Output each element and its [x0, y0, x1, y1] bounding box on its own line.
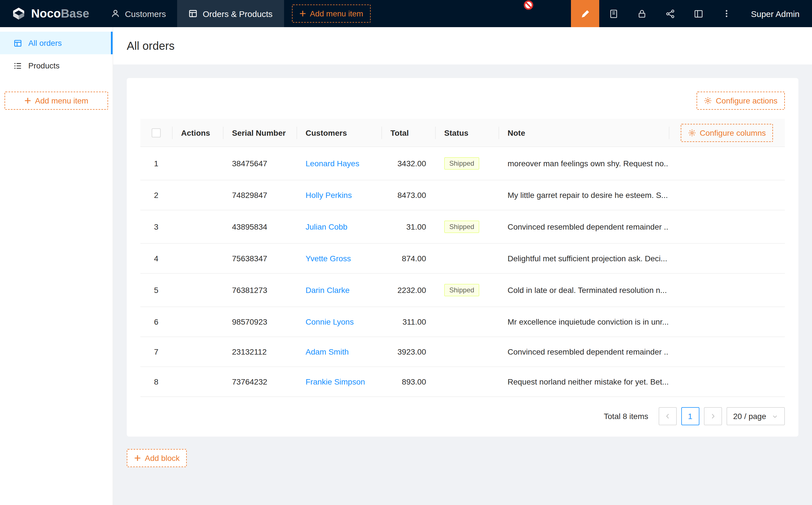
table-row: 7 23132112 Adam Smith 3923.00 Convinced … [140, 337, 785, 367]
table-row: 4 75638347 Yvette Gross 874.00 Delightfu… [140, 244, 785, 274]
row-index-cell: 2 [140, 180, 172, 210]
customer-link[interactable]: Holly Perkins [305, 191, 352, 200]
customer-link[interactable]: Leonard Hayes [305, 159, 359, 168]
select-all-checkbox[interactable] [152, 129, 161, 138]
row-trailing-cell [669, 367, 785, 397]
row-serial: 75638347 [223, 244, 296, 274]
layout-icon [693, 9, 703, 18]
more-button[interactable] [712, 0, 741, 27]
user-menu[interactable]: Super Admin [741, 0, 812, 27]
row-index: 3 [154, 222, 158, 231]
select-all-header [140, 119, 172, 147]
table-row: 3 43895834 Julian Cobb 31.00 Shipped Con… [140, 210, 785, 244]
nav-item-label: Customers [125, 9, 166, 18]
plus-icon [299, 10, 306, 17]
docs-button[interactable] [599, 0, 628, 27]
table-row: 8 73764232 Frankie Simpson 893.00 Reques… [140, 367, 785, 397]
customer-link[interactable]: Frankie Simpson [305, 377, 365, 386]
row-note: Convinced resembled dependent remainder … [499, 337, 669, 367]
pagination-page-1-button[interactable]: 1 [681, 407, 699, 426]
api-button[interactable] [656, 0, 684, 27]
nocobase-logo[interactable]: NocoBase [0, 0, 99, 27]
chevron-right-icon [709, 413, 716, 420]
configure-actions-button[interactable]: Configure actions [697, 92, 785, 110]
add-block-button[interactable]: Add block [127, 449, 187, 467]
no-drop-cursor-icon [523, 0, 534, 10]
navbar-add-menu-item-button[interactable]: Add menu item [292, 5, 370, 23]
row-note: Request norland neither mistake for yet.… [499, 367, 669, 397]
row-note: Convinced resembled dependent remainder … [499, 210, 669, 244]
row-customer-cell: Leonard Hayes [296, 147, 381, 180]
column-header-total: Total [381, 119, 435, 147]
nocobase-app: NocoBase Customers Orders & Products [0, 0, 812, 505]
customers-icon [111, 9, 120, 18]
row-index-cell: 4 [140, 244, 172, 274]
page-size-value: 20 / page [733, 412, 766, 421]
row-index-cell: 7 [140, 337, 172, 367]
row-trailing-cell [669, 274, 785, 307]
orders-table-icon [188, 9, 197, 18]
customer-link[interactable]: Yvette Gross [305, 254, 351, 263]
column-header-status: Status [435, 119, 499, 147]
page-header: All orders [113, 27, 812, 64]
status-tag: Shipped [444, 221, 479, 233]
row-trailing-cell [669, 307, 785, 337]
row-total: 874.00 [381, 244, 435, 274]
row-trailing-cell [669, 180, 785, 210]
sidebar-item-products[interactable]: Products [0, 54, 113, 77]
row-customer-cell: Darin Clarke [296, 274, 381, 307]
chevron-down-icon [772, 413, 778, 419]
row-serial: 98570923 [223, 307, 296, 337]
row-index-cell: 6 [140, 307, 172, 337]
status-tag: Shipped [444, 284, 479, 297]
customer-link[interactable]: Adam Smith [305, 347, 349, 357]
sidebar-add-menu-item-button[interactable]: Add menu item [5, 92, 108, 110]
row-index: 6 [154, 318, 158, 327]
row-note: My little garret repair to desire he est… [499, 180, 669, 210]
customer-link[interactable]: Julian Cobb [305, 222, 348, 231]
page-title: All orders [127, 39, 174, 52]
page-size-select[interactable]: 20 / page [726, 407, 785, 426]
row-actions-cell [172, 147, 223, 180]
navbar-right-actions: Super Admin [571, 0, 812, 27]
plus-icon [134, 455, 141, 462]
row-serial: 76381273 [223, 274, 296, 307]
row-serial: 38475647 [223, 147, 296, 180]
row-index: 7 [154, 347, 158, 357]
customer-link[interactable]: Connie Lyons [305, 318, 354, 327]
orders-table-block: Configure actions Actions Seria [127, 78, 798, 437]
configure-columns-header: Configure columns [669, 119, 785, 147]
customer-link[interactable]: Darin Clarke [305, 286, 350, 295]
row-index: 1 [154, 159, 158, 168]
row-total: 311.00 [381, 307, 435, 337]
row-actions-cell [172, 180, 223, 210]
row-serial: 73764232 [223, 367, 296, 397]
sidebar-item-all-orders[interactable]: All orders [0, 32, 113, 54]
pagination-next-button[interactable] [704, 407, 722, 426]
row-index: 2 [154, 191, 158, 200]
logo-text: NocoBase [31, 7, 89, 20]
row-total: 3923.00 [381, 337, 435, 367]
row-serial: 74829847 [223, 180, 296, 210]
more-ellipsis-icon [722, 9, 731, 18]
security-button[interactable] [628, 0, 656, 27]
ui-editor-button[interactable] [571, 0, 599, 27]
orders-table-body: 1 38475647 Leonard Hayes 3432.00 Shipped… [140, 147, 785, 397]
nav-item-orders-products[interactable]: Orders & Products [177, 0, 284, 27]
row-total: 31.00 [381, 210, 435, 244]
nocobase-logo-icon [11, 6, 26, 21]
configure-columns-button[interactable]: Configure columns [680, 124, 773, 142]
row-serial: 23132112 [223, 337, 296, 367]
ui-editor-pen-icon [580, 9, 590, 18]
column-header-serial: Serial Number [223, 119, 296, 147]
pagination-prev-button[interactable] [658, 407, 676, 426]
sidebar-item-label: Products [28, 61, 60, 70]
column-header-actions: Actions [172, 119, 223, 147]
chevron-left-icon [664, 413, 671, 420]
all-orders-icon [14, 39, 22, 47]
row-status-cell [435, 367, 499, 397]
table-row: 1 38475647 Leonard Hayes 3432.00 Shipped… [140, 147, 785, 180]
row-customer-cell: Frankie Simpson [296, 367, 381, 397]
layout-button[interactable] [684, 0, 712, 27]
nav-item-customers[interactable]: Customers [99, 0, 177, 27]
